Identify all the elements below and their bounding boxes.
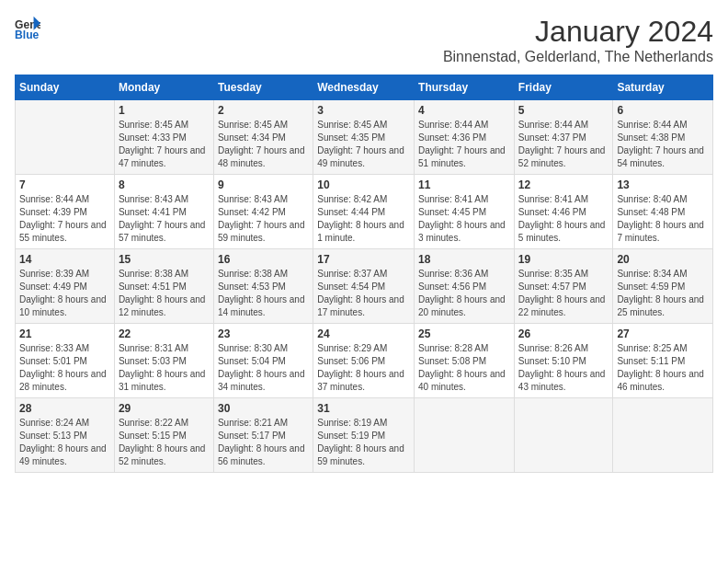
day-info: Sunrise: 8:45 AMSunset: 4:35 PMDaylight:…: [317, 119, 410, 170]
calendar-cell: 1Sunrise: 8:45 AMSunset: 4:33 PMDaylight…: [114, 100, 213, 175]
calendar-cell: [16, 100, 115, 175]
day-number: 22: [119, 327, 210, 340]
day-number: 8: [119, 178, 210, 191]
day-number: 12: [518, 178, 609, 191]
day-info: Sunrise: 8:44 AMSunset: 4:39 PMDaylight:…: [19, 193, 110, 245]
day-info: Sunrise: 8:22 AMSunset: 5:15 PMDaylight:…: [119, 417, 210, 468]
day-number: 1: [119, 104, 210, 117]
day-number: 21: [19, 327, 110, 340]
day-number: 2: [218, 104, 309, 117]
calendar-cell: 21Sunrise: 8:33 AMSunset: 5:01 PMDayligh…: [16, 324, 115, 398]
day-number: 10: [317, 178, 410, 191]
day-number: 11: [418, 178, 510, 191]
day-number: 5: [518, 104, 609, 117]
calendar-cell: 26Sunrise: 8:26 AMSunset: 5:10 PMDayligh…: [514, 324, 613, 398]
day-info: Sunrise: 8:36 AMSunset: 4:56 PMDaylight:…: [418, 268, 510, 319]
svg-text:Blue: Blue: [15, 29, 40, 40]
header-day: Saturday: [613, 75, 713, 100]
day-info: Sunrise: 8:26 AMSunset: 5:10 PMDaylight:…: [518, 342, 609, 394]
calendar-cell: 14Sunrise: 8:39 AMSunset: 4:49 PMDayligh…: [16, 249, 115, 324]
calendar-cell: 5Sunrise: 8:44 AMSunset: 4:37 PMDaylight…: [514, 100, 613, 175]
calendar-cell: 18Sunrise: 8:36 AMSunset: 4:56 PMDayligh…: [415, 249, 515, 324]
logo: General Blue: [15, 15, 40, 40]
calendar-cell: 9Sunrise: 8:43 AMSunset: 4:42 PMDaylight…: [213, 175, 313, 249]
day-number: 26: [518, 327, 609, 340]
calendar-cell: 30Sunrise: 8:21 AMSunset: 5:17 PMDayligh…: [213, 398, 313, 473]
calendar-cell: 8Sunrise: 8:43 AMSunset: 4:41 PMDaylight…: [114, 175, 213, 249]
day-info: Sunrise: 8:39 AMSunset: 4:49 PMDaylight:…: [19, 268, 110, 319]
day-number: 29: [119, 402, 210, 415]
calendar-cell: 2Sunrise: 8:45 AMSunset: 4:34 PMDaylight…: [213, 100, 313, 175]
day-info: Sunrise: 8:45 AMSunset: 4:33 PMDaylight:…: [119, 119, 210, 170]
header-row: SundayMondayTuesdayWednesdayThursdayFrid…: [16, 75, 713, 100]
day-info: Sunrise: 8:41 AMSunset: 4:45 PMDaylight:…: [418, 193, 510, 245]
day-info: Sunrise: 8:19 AMSunset: 5:19 PMDaylight:…: [317, 417, 410, 468]
day-info: Sunrise: 8:44 AMSunset: 4:36 PMDaylight:…: [418, 119, 510, 170]
day-number: 3: [317, 104, 410, 117]
day-number: 31: [317, 402, 410, 415]
day-info: Sunrise: 8:38 AMSunset: 4:53 PMDaylight:…: [218, 268, 309, 319]
day-info: Sunrise: 8:43 AMSunset: 4:41 PMDaylight:…: [119, 193, 210, 245]
day-number: 16: [218, 253, 309, 266]
calendar-cell: [613, 398, 713, 473]
calendar-body: 1Sunrise: 8:45 AMSunset: 4:33 PMDaylight…: [16, 100, 713, 473]
day-info: Sunrise: 8:31 AMSunset: 5:03 PMDaylight:…: [119, 342, 210, 394]
main-title: January 2024: [443, 15, 713, 49]
calendar-cell: 13Sunrise: 8:40 AMSunset: 4:48 PMDayligh…: [613, 175, 713, 249]
calendar-cell: 22Sunrise: 8:31 AMSunset: 5:03 PMDayligh…: [114, 324, 213, 398]
day-number: 27: [617, 327, 709, 340]
calendar-week-row: 7Sunrise: 8:44 AMSunset: 4:39 PMDaylight…: [16, 175, 713, 249]
calendar-cell: 28Sunrise: 8:24 AMSunset: 5:13 PMDayligh…: [16, 398, 115, 473]
calendar-week-row: 14Sunrise: 8:39 AMSunset: 4:49 PMDayligh…: [16, 249, 713, 324]
day-info: Sunrise: 8:25 AMSunset: 5:11 PMDaylight:…: [617, 342, 709, 394]
day-number: 6: [617, 104, 709, 117]
day-number: 14: [19, 253, 110, 266]
calendar-cell: 19Sunrise: 8:35 AMSunset: 4:57 PMDayligh…: [514, 249, 613, 324]
calendar-cell: 15Sunrise: 8:38 AMSunset: 4:51 PMDayligh…: [114, 249, 213, 324]
day-number: 30: [218, 402, 309, 415]
calendar-cell: 16Sunrise: 8:38 AMSunset: 4:53 PMDayligh…: [213, 249, 313, 324]
day-number: 28: [19, 402, 110, 415]
calendar-cell: [514, 398, 613, 473]
day-info: Sunrise: 8:43 AMSunset: 4:42 PMDaylight:…: [218, 193, 309, 245]
header-day: Monday: [114, 75, 213, 100]
day-info: Sunrise: 8:40 AMSunset: 4:48 PMDaylight:…: [617, 193, 709, 245]
day-number: 4: [418, 104, 510, 117]
header-day: Thursday: [415, 75, 515, 100]
day-info: Sunrise: 8:45 AMSunset: 4:34 PMDaylight:…: [218, 119, 309, 170]
subtitle: Binnenstad, Gelderland, The Netherlands: [443, 49, 713, 65]
day-info: Sunrise: 8:41 AMSunset: 4:46 PMDaylight:…: [518, 193, 609, 245]
calendar-cell: 29Sunrise: 8:22 AMSunset: 5:15 PMDayligh…: [114, 398, 213, 473]
day-number: 7: [19, 178, 110, 191]
logo-icon: General Blue: [15, 15, 40, 40]
day-info: Sunrise: 8:29 AMSunset: 5:06 PMDaylight:…: [317, 342, 410, 394]
day-info: Sunrise: 8:34 AMSunset: 4:59 PMDaylight:…: [617, 268, 709, 319]
calendar-cell: 3Sunrise: 8:45 AMSunset: 4:35 PMDaylight…: [313, 100, 415, 175]
day-info: Sunrise: 8:35 AMSunset: 4:57 PMDaylight:…: [518, 268, 609, 319]
day-info: Sunrise: 8:28 AMSunset: 5:08 PMDaylight:…: [418, 342, 510, 394]
title-area: January 2024 Binnenstad, Gelderland, The…: [443, 15, 713, 65]
calendar-cell: 23Sunrise: 8:30 AMSunset: 5:04 PMDayligh…: [213, 324, 313, 398]
calendar-cell: 20Sunrise: 8:34 AMSunset: 4:59 PMDayligh…: [613, 249, 713, 324]
day-info: Sunrise: 8:30 AMSunset: 5:04 PMDaylight:…: [218, 342, 309, 394]
day-info: Sunrise: 8:21 AMSunset: 5:17 PMDaylight:…: [218, 417, 309, 468]
header-day: Friday: [514, 75, 613, 100]
calendar-week-row: 28Sunrise: 8:24 AMSunset: 5:13 PMDayligh…: [16, 398, 713, 473]
calendar-header: SundayMondayTuesdayWednesdayThursdayFrid…: [16, 75, 713, 100]
calendar-cell: 25Sunrise: 8:28 AMSunset: 5:08 PMDayligh…: [415, 324, 515, 398]
calendar-week-row: 21Sunrise: 8:33 AMSunset: 5:01 PMDayligh…: [16, 324, 713, 398]
day-info: Sunrise: 8:24 AMSunset: 5:13 PMDaylight:…: [19, 417, 110, 468]
day-number: 20: [617, 253, 709, 266]
day-info: Sunrise: 8:42 AMSunset: 4:44 PMDaylight:…: [317, 193, 410, 245]
calendar-cell: [415, 398, 515, 473]
day-number: 13: [617, 178, 709, 191]
calendar-cell: 4Sunrise: 8:44 AMSunset: 4:36 PMDaylight…: [415, 100, 515, 175]
calendar-cell: 7Sunrise: 8:44 AMSunset: 4:39 PMDaylight…: [16, 175, 115, 249]
day-number: 24: [317, 327, 410, 340]
header-day: Tuesday: [213, 75, 313, 100]
calendar-cell: 27Sunrise: 8:25 AMSunset: 5:11 PMDayligh…: [613, 324, 713, 398]
day-number: 9: [218, 178, 309, 191]
day-info: Sunrise: 8:38 AMSunset: 4:51 PMDaylight:…: [119, 268, 210, 319]
day-number: 25: [418, 327, 510, 340]
calendar-cell: 11Sunrise: 8:41 AMSunset: 4:45 PMDayligh…: [415, 175, 515, 249]
